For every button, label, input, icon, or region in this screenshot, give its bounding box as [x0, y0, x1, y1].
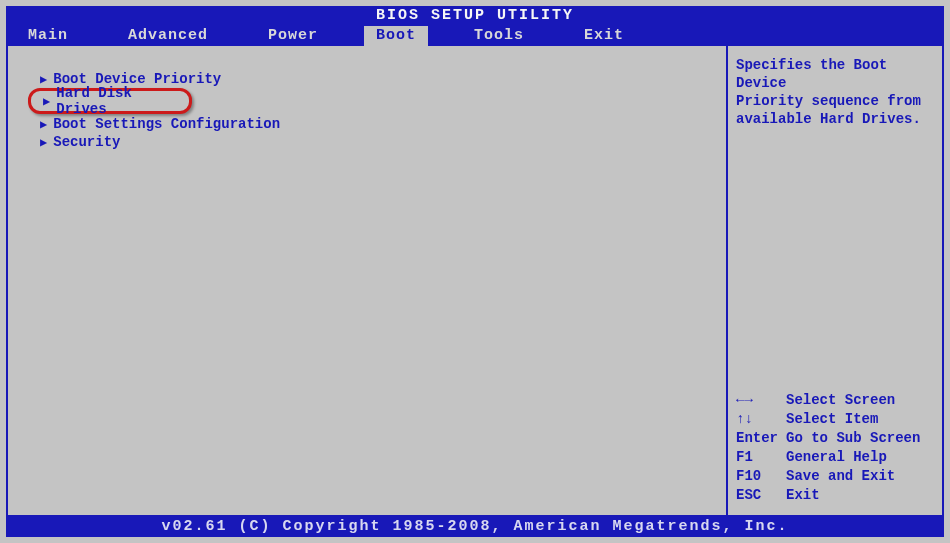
menu-exit[interactable]: Exit	[570, 26, 638, 46]
left-pane: ▶ Boot Device Priority ▶ Boot Settings C…	[8, 46, 728, 515]
menu-boot[interactable]: Boot	[364, 26, 428, 46]
menu-main[interactable]: Main	[14, 26, 82, 46]
footer: v02.61 (C) Copyright 1985-2008, American…	[6, 517, 944, 537]
submenu-label: Security	[53, 134, 120, 150]
right-pane: Specifies the Boot Device Priority seque…	[728, 46, 942, 515]
menu-advanced[interactable]: Advanced	[114, 26, 222, 46]
key-help: ←→Select Screen ↑↓Select Item EnterGo to…	[736, 391, 934, 505]
submenu-label: Hard Disk Drives	[56, 85, 189, 117]
arrow-right-icon: ▶	[40, 72, 47, 87]
submenu-label: Boot Settings Configuration	[53, 116, 280, 132]
arrow-right-icon: ▶	[40, 117, 47, 132]
menu-tools[interactable]: Tools	[460, 26, 538, 46]
arrow-right-icon: ▶	[40, 135, 47, 150]
submenu-hard-disk-drives[interactable]: ▶ Hard Disk Drives	[28, 88, 192, 114]
submenu-security[interactable]: ▶ Security	[20, 133, 714, 151]
arrow-right-icon: ▶	[43, 94, 50, 109]
help-text: Specifies the Boot Device Priority seque…	[736, 56, 934, 128]
menu-power[interactable]: Power	[254, 26, 332, 46]
bios-title: BIOS SETUP UTILITY	[6, 6, 944, 26]
menu-bar: Main Advanced Power Boot Tools Exit	[6, 26, 944, 46]
